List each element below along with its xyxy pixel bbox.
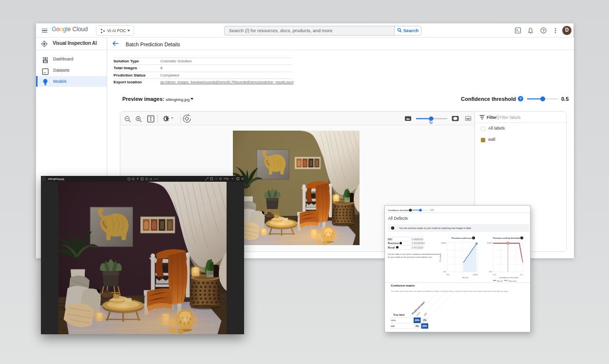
svg-text:0.0: 0.0 (493, 273, 496, 276)
svg-text:Recall: Recall (388, 246, 395, 249)
svg-text:Recall: Recall (462, 276, 468, 279)
svg-text:0%: 0% (443, 270, 446, 273)
svg-text:0.9683415: 0.9683415 (412, 238, 423, 241)
svg-text:0%: 0% (489, 270, 492, 273)
svg-text:Precision: Precision (439, 253, 441, 262)
svg-text:none: none (416, 311, 421, 317)
svg-text:Precision recall by threshold: Precision recall by threshold (493, 237, 520, 239)
svg-text:Recall: Recall (497, 280, 503, 282)
svg-text:4%: 4% (416, 325, 419, 327)
svg-text:Confidence threshold: Confidence threshold (388, 209, 409, 211)
svg-text:Confusion matrix: Confusion matrix (391, 284, 415, 287)
svg-text:Precision recall curve: Precision recall curve (452, 237, 472, 239)
svg-text:This table shows how often the: This table shows how often the model cla… (391, 290, 508, 292)
svg-text:?: ? (542, 28, 545, 33)
svg-text:1.0: 1.0 (520, 273, 523, 276)
svg-text:Confidence threshold: Confidence threshold (499, 276, 518, 279)
svg-text:none: none (391, 319, 396, 322)
svg-text:IOU: IOU (388, 238, 392, 241)
svg-text:100%: 100% (441, 242, 446, 244)
svg-text:wall: wall (423, 312, 427, 317)
svg-text:wall: wall (391, 325, 395, 327)
svg-text:0%: 0% (447, 273, 450, 276)
svg-text:98%: 98% (415, 319, 419, 322)
svg-text:You can continue iterate on yo: You can continue iterate on your model b… (399, 227, 472, 230)
svg-text:All Defects: All Defects (388, 216, 408, 221)
svg-text:96%: 96% (422, 325, 427, 327)
svg-text:0.5: 0.5 (430, 209, 434, 211)
svg-text:100%: 100% (473, 273, 478, 276)
svg-text:i: i (392, 227, 393, 230)
svg-text:Precision: Precision (388, 242, 399, 245)
svg-text:True label: True label (393, 313, 405, 316)
svg-text:2%: 2% (423, 319, 426, 322)
svg-text:0.9713315: 0.9713315 (412, 246, 423, 249)
svg-text:Precision: Precision (508, 280, 517, 282)
svg-text:for your model on the precisio: for your model on the precision recall t… (388, 256, 433, 258)
svg-text:0.97329154: 0.97329154 (412, 242, 425, 245)
svg-text:77%: 77% (224, 177, 229, 180)
svg-text:100%: 100% (487, 242, 492, 244)
svg-text:Use the slider to see which co: Use the slider to see which confidence t… (388, 253, 440, 255)
